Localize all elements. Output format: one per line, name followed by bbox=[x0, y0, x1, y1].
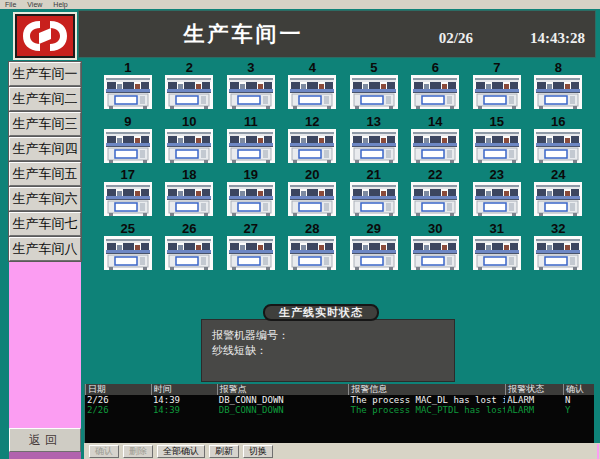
machine-16[interactable]: 16 bbox=[533, 114, 583, 168]
cell-time: 14:39 bbox=[151, 405, 217, 415]
machine-32[interactable]: 32 bbox=[533, 221, 583, 275]
sidebar-item-workshop-1[interactable]: 生产车间一 bbox=[9, 62, 81, 86]
machine-number: 23 bbox=[472, 167, 522, 182]
machine-5[interactable]: 5 bbox=[349, 60, 399, 114]
machine-icon bbox=[164, 236, 214, 270]
machine-number: 5 bbox=[349, 60, 399, 75]
machine-27[interactable]: 27 bbox=[226, 221, 276, 275]
machine-icon bbox=[287, 75, 337, 109]
sidebar-item-workshop-2[interactable]: 生产车间二 bbox=[9, 87, 81, 111]
machine-11[interactable]: 11 bbox=[226, 114, 276, 168]
machine-icon bbox=[349, 129, 399, 163]
machine-icon bbox=[103, 129, 153, 163]
machine-22[interactable]: 22 bbox=[410, 167, 460, 221]
machine-number: 7 bbox=[472, 60, 522, 75]
machine-7[interactable]: 7 bbox=[472, 60, 522, 114]
back-button[interactable]: 返回 bbox=[9, 428, 81, 452]
machine-23[interactable]: 23 bbox=[472, 167, 522, 221]
machine-icon bbox=[533, 129, 583, 163]
sidebar-item-workshop-7[interactable]: 生产车间七 bbox=[9, 212, 81, 236]
machine-25[interactable]: 25 bbox=[103, 221, 153, 275]
machine-13[interactable]: 13 bbox=[349, 114, 399, 168]
machine-8[interactable]: 8 bbox=[533, 60, 583, 114]
alarm-table-row[interactable]: 2/2614:39DB_CONN_DOWNThe process MAC_PTD… bbox=[85, 405, 594, 415]
machine-19[interactable]: 19 bbox=[226, 167, 276, 221]
machine-number: 9 bbox=[103, 114, 153, 129]
machine-number: 27 bbox=[226, 221, 276, 236]
sidebar-item-workshop-8[interactable]: 生产车间八 bbox=[9, 237, 81, 261]
menu-help[interactable]: Help bbox=[53, 1, 67, 8]
machine-31[interactable]: 31 bbox=[472, 221, 522, 275]
column-header-0: 日期 bbox=[85, 384, 151, 395]
machine-26[interactable]: 26 bbox=[164, 221, 214, 275]
machine-icon bbox=[287, 236, 337, 270]
machine-30[interactable]: 30 bbox=[410, 221, 460, 275]
machine-number: 31 bbox=[472, 221, 522, 236]
cell-message: The process MAC_DL has lost its d .. bbox=[348, 395, 505, 405]
logo-icon bbox=[15, 14, 75, 58]
machine-1[interactable]: 1 bbox=[103, 60, 153, 114]
cell-point: DB_CONN_DOWN bbox=[217, 395, 349, 405]
bottom-button-1[interactable]: 删除 bbox=[123, 445, 153, 458]
machine-icon bbox=[103, 182, 153, 216]
machine-icon bbox=[533, 236, 583, 270]
machine-6[interactable]: 6 bbox=[410, 60, 460, 114]
machine-icon bbox=[410, 182, 460, 216]
alarm-table-header: 日期时间报警点报警信息报警状态确认 bbox=[85, 384, 594, 395]
machine-number: 19 bbox=[226, 167, 276, 182]
machine-9[interactable]: 9 bbox=[103, 114, 153, 168]
machine-2[interactable]: 2 bbox=[164, 60, 214, 114]
machine-icon bbox=[226, 182, 276, 216]
bottom-button-3[interactable]: 刷新 bbox=[209, 445, 239, 458]
machine-number: 11 bbox=[226, 114, 276, 129]
machine-number: 24 bbox=[533, 167, 583, 182]
bottom-button-4[interactable]: 切换 bbox=[243, 445, 273, 458]
machine-number: 12 bbox=[287, 114, 337, 129]
sidebar-item-workshop-4[interactable]: 生产车间四 bbox=[9, 137, 81, 161]
machine-24[interactable]: 24 bbox=[533, 167, 583, 221]
date-label: 02/26 bbox=[439, 30, 473, 47]
menu-bar: FileViewHelp bbox=[0, 0, 600, 9]
machine-number: 25 bbox=[103, 221, 153, 236]
machine-icon bbox=[533, 75, 583, 109]
alarm-table-row[interactable]: 2/2614:39DB_CONN_DOWNThe process MAC_DL … bbox=[85, 395, 594, 405]
machine-number: 29 bbox=[349, 221, 399, 236]
page-header: 生产车间一 02/26 14:43:28 bbox=[79, 11, 595, 57]
bottom-button-0[interactable]: 确认 bbox=[89, 445, 119, 458]
machine-number: 30 bbox=[410, 221, 460, 236]
cell-status: ALARM bbox=[505, 405, 563, 415]
column-header-5: 确认 bbox=[563, 384, 594, 395]
cell-message: The process MAC_PTDL has lost its .. bbox=[348, 405, 505, 415]
sidebar-item-workshop-3[interactable]: 生产车间三 bbox=[9, 112, 81, 136]
machine-29[interactable]: 29 bbox=[349, 221, 399, 275]
machine-number: 6 bbox=[410, 60, 460, 75]
machine-icon bbox=[410, 236, 460, 270]
cell-point: DB_CONN_DOWN bbox=[217, 405, 349, 415]
machine-4[interactable]: 4 bbox=[287, 60, 337, 114]
sidebar-item-workshop-5[interactable]: 生产车间五 bbox=[9, 162, 81, 186]
cell-time: 14:39 bbox=[151, 395, 217, 405]
machine-icon bbox=[164, 75, 214, 109]
machine-18[interactable]: 18 bbox=[164, 167, 214, 221]
machine-number: 3 bbox=[226, 60, 276, 75]
column-header-1: 时间 bbox=[151, 384, 217, 395]
machine-21[interactable]: 21 bbox=[349, 167, 399, 221]
machine-10[interactable]: 10 bbox=[164, 114, 214, 168]
sidebar-item-workshop-6[interactable]: 生产车间六 bbox=[9, 187, 81, 211]
menu-file[interactable]: File bbox=[5, 1, 16, 8]
machine-12[interactable]: 12 bbox=[287, 114, 337, 168]
machine-number: 4 bbox=[287, 60, 337, 75]
machine-28[interactable]: 28 bbox=[287, 221, 337, 275]
cell-ack: N bbox=[563, 395, 594, 405]
machine-14[interactable]: 14 bbox=[410, 114, 460, 168]
machine-icon bbox=[349, 182, 399, 216]
machine-3[interactable]: 3 bbox=[226, 60, 276, 114]
company-logo bbox=[13, 12, 77, 60]
bottom-button-2[interactable]: 全部确认 bbox=[157, 445, 205, 458]
menu-view[interactable]: View bbox=[27, 1, 42, 8]
cell-status: ALARM bbox=[505, 395, 563, 405]
machine-15[interactable]: 15 bbox=[472, 114, 522, 168]
main-window: FileViewHelp 生产车间一 02/26 14:43:28 生产车间一生… bbox=[0, 0, 600, 459]
machine-17[interactable]: 17 bbox=[103, 167, 153, 221]
machine-20[interactable]: 20 bbox=[287, 167, 337, 221]
